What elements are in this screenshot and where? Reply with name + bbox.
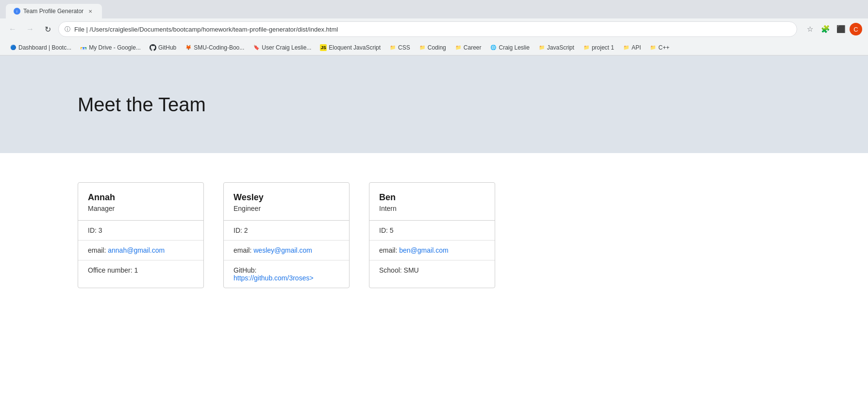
project1-favicon: 📁 xyxy=(583,44,590,51)
craig-leslie-favicon: 🌐 xyxy=(490,44,497,51)
card-body-wesley: ID: 2 email: wesley@gmail.com GitHub: ht… xyxy=(224,221,349,288)
bookmark-user-craig-label: User Craig Leslie... xyxy=(262,44,311,51)
nav-bar: ⓘ File | /Users/craigleslie/Documents/bo… xyxy=(0,18,868,40)
card-id-annah: ID: 3 xyxy=(88,226,102,234)
bookmark-craig-leslie-label: Craig Leslie xyxy=(499,44,529,51)
extension-puzzle-icon[interactable]: 🧩 xyxy=(818,22,832,36)
javascript-favicon: 📁 xyxy=(538,44,545,51)
card-name-annah: Annah xyxy=(88,192,194,203)
github-favicon xyxy=(150,44,156,51)
card-body-annah: ID: 3 email: annah@gmail.com Office numb… xyxy=(78,221,203,280)
bookmark-smu-coding-label: SMU-Coding-Boo... xyxy=(194,44,244,51)
bookmark-dashboard-label: Dashboard | Bootc... xyxy=(18,44,71,51)
forward-button[interactable] xyxy=(23,22,37,36)
page-title: Meet the Team xyxy=(78,94,206,116)
smu-coding-favicon: 🦊 xyxy=(185,44,192,51)
card-body-ben: ID: 5 email: ben@gmail.com School: SMU xyxy=(369,221,495,280)
forward-icon xyxy=(26,25,34,34)
card-school-ben: School: SMU xyxy=(379,266,419,274)
dashboard-favicon: 🔵 xyxy=(10,44,17,51)
reload-button[interactable] xyxy=(41,22,54,36)
ejs-favicon: JS xyxy=(320,44,327,51)
card-email-link-wesley[interactable]: wesley@gmail.com xyxy=(253,246,312,254)
card-row-id-ben: ID: 5 xyxy=(369,221,495,241)
address-url: File | /Users/craigleslie/Documents/boot… xyxy=(74,26,338,33)
bookmark-ejs-label: Eloquent JavaScript xyxy=(329,44,381,51)
card-email-link-annah[interactable]: annah@gmail.com xyxy=(108,246,165,254)
bookmark-css[interactable]: 📁 CSS xyxy=(385,43,414,52)
card-email-link-ben[interactable]: ben@gmail.com xyxy=(399,246,448,254)
card-row-id-wesley: ID: 2 xyxy=(224,221,349,241)
css-favicon: 📁 xyxy=(389,44,396,51)
card-row-id-annah: ID: 3 xyxy=(78,221,203,241)
bookmark-github[interactable]: GitHub xyxy=(146,43,180,52)
bookmark-css-label: CSS xyxy=(398,44,410,51)
card-id-wesley: ID: 2 xyxy=(234,226,248,234)
coding-favicon: 📁 xyxy=(419,44,426,51)
card-header-annah: Annah Manager xyxy=(78,183,203,221)
browser-chrome: i Team Profile Generator ✕ ⓘ File | /Use… xyxy=(0,0,868,56)
bookmark-career[interactable]: 📁 Career xyxy=(451,43,485,52)
team-card-wesley: Wesley Engineer ID: 2 email: wesley@gmai… xyxy=(223,182,350,288)
bookmark-api[interactable]: 📁 API xyxy=(619,43,645,52)
api-favicon: 📁 xyxy=(623,44,630,51)
team-card-ben: Ben Intern ID: 5 email: ben@gmail.com Sc… xyxy=(369,182,495,288)
tab-bar: i Team Profile Generator ✕ xyxy=(0,0,868,18)
card-email-label-wesley: email: xyxy=(234,246,253,254)
bookmark-project1-label: project 1 xyxy=(592,44,614,51)
card-github-link-wesley[interactable]: https://github.com/3roses> xyxy=(234,274,314,282)
card-header-wesley: Wesley Engineer xyxy=(224,183,349,221)
tab-close-button[interactable]: ✕ xyxy=(86,7,94,15)
card-row-email-wesley: email: wesley@gmail.com xyxy=(224,241,349,260)
bookmark-user-craig[interactable]: 🔖 User Craig Leslie... xyxy=(249,43,315,52)
card-github-label-wesley: GitHub: xyxy=(234,266,256,274)
tab-favicon: i xyxy=(14,8,20,15)
bookmark-api-label: API xyxy=(632,44,641,51)
toolbar-icons: ☆ 🧩 ⬛ C xyxy=(803,22,862,36)
bookmark-smu-coding[interactable]: 🦊 SMU-Coding-Boo... xyxy=(181,43,248,52)
bookmark-coding-label: Coding xyxy=(428,44,446,51)
card-office-annah: Office number: 1 xyxy=(88,266,138,274)
card-role-wesley: Engineer xyxy=(234,205,339,212)
page-body: Annah Manager ID: 3 email: annah@gmail.c… xyxy=(0,153,868,347)
bookmark-project-1[interactable]: 📁 project 1 xyxy=(579,43,618,52)
reload-icon xyxy=(45,25,51,34)
card-row-email-ben: email: ben@gmail.com xyxy=(369,241,495,260)
card-id-ben: ID: 5 xyxy=(379,226,394,234)
bookmark-craig-leslie[interactable]: 🌐 Craig Leslie xyxy=(486,43,533,52)
team-grid: Annah Manager ID: 3 email: annah@gmail.c… xyxy=(78,182,790,288)
active-tab[interactable]: i Team Profile Generator ✕ xyxy=(6,4,102,18)
bookmark-javascript[interactable]: 📁 JavaScript xyxy=(534,43,578,52)
card-row-github-wesley: GitHub: https://github.com/3roses> xyxy=(224,260,349,288)
bookmarks-bar: 🔵 Dashboard | Bootc... My Drive - Google… xyxy=(0,40,868,55)
drive-favicon xyxy=(80,44,87,51)
card-role-ben: Intern xyxy=(379,205,485,212)
card-row-office-annah: Office number: 1 xyxy=(78,260,203,280)
card-role-annah: Manager xyxy=(88,205,194,212)
team-card-annah: Annah Manager ID: 3 email: annah@gmail.c… xyxy=(78,182,204,288)
card-header-ben: Ben Intern xyxy=(369,183,495,221)
card-email-label-annah: email: xyxy=(88,246,108,254)
cpp-favicon: 📁 xyxy=(650,44,656,51)
bookmark-career-label: Career xyxy=(464,44,482,51)
bookmark-dashboard[interactable]: 🔵 Dashboard | Bootc... xyxy=(6,43,75,52)
page-header: Meet the Team xyxy=(0,56,868,153)
tab-title: Team Profile Generator xyxy=(23,8,83,15)
card-name-ben: Ben xyxy=(379,192,485,203)
address-bar[interactable]: ⓘ File | /Users/craigleslie/Documents/bo… xyxy=(58,21,797,37)
window-icon[interactable]: ⬛ xyxy=(834,22,848,36)
profile-avatar[interactable]: C xyxy=(850,23,862,35)
bookmark-cpp[interactable]: 📁 C++ xyxy=(646,43,673,52)
bookmark-coding[interactable]: 📁 Coding xyxy=(415,43,450,52)
bookmark-github-label: GitHub xyxy=(158,44,176,51)
bookmark-eloquent-js[interactable]: JS Eloquent JavaScript xyxy=(316,43,384,52)
card-email-label-ben: email: xyxy=(379,246,399,254)
bookmark-button[interactable]: ☆ xyxy=(803,22,817,36)
bookmark-my-drive[interactable]: My Drive - Google... xyxy=(76,43,145,52)
card-row-email-annah: email: annah@gmail.com xyxy=(78,241,203,260)
address-info-icon: ⓘ xyxy=(65,25,70,34)
back-button[interactable] xyxy=(6,22,19,36)
bookmark-javascript-label: JavaScript xyxy=(547,44,574,51)
back-icon xyxy=(9,25,17,34)
card-name-wesley: Wesley xyxy=(234,192,339,203)
